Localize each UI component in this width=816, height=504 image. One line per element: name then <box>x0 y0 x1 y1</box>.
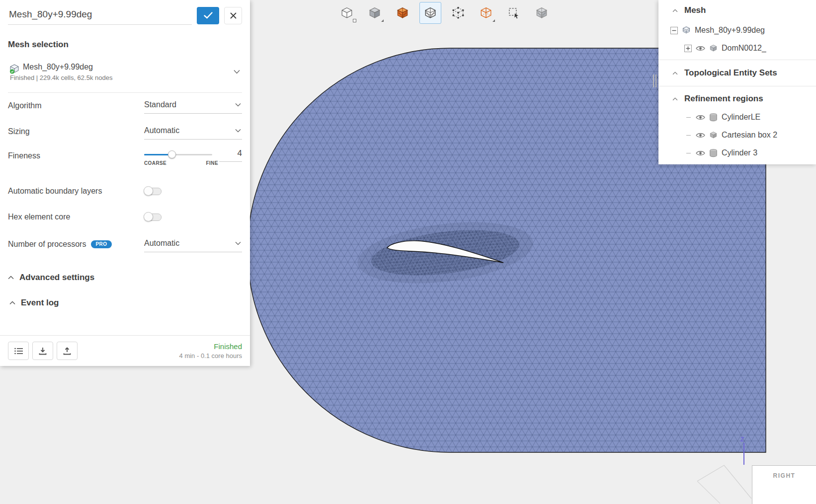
visibility-eye-icon[interactable] <box>696 150 705 156</box>
confirm-button[interactable] <box>197 7 219 24</box>
tree-header-topological[interactable]: Topological Entity Sets <box>658 63 816 83</box>
chevron-down-icon <box>235 241 241 245</box>
fineness-row: Fineness COARSE FINE 4 <box>8 144 242 178</box>
mesh-quality-view-icon <box>535 6 548 19</box>
advanced-settings-toggle[interactable]: Advanced settings <box>8 273 242 283</box>
fineness-label: Fineness <box>8 151 40 160</box>
mesh-name-input[interactable] <box>8 6 192 25</box>
divider <box>658 60 816 60</box>
tree-header-mesh[interactable]: Mesh <box>658 0 816 21</box>
chevron-up-icon <box>672 72 678 75</box>
coarse-label: COARSE <box>144 160 166 166</box>
boundary-layers-row: Automatic boundary layers <box>8 178 242 204</box>
divider <box>658 86 816 86</box>
panel-resize-handle[interactable] <box>653 74 657 87</box>
upload-button[interactable] <box>57 342 78 360</box>
sizing-value: Automatic <box>144 126 179 135</box>
hex-core-toggle[interactable] <box>144 214 162 221</box>
region-label: Cylinder 3 <box>722 148 757 157</box>
mesh-item-text: Mesh_80y+9.99deg Finished | 229.4k cells… <box>23 63 112 81</box>
solid-view-button[interactable] <box>336 2 358 24</box>
mesh-finished-icon <box>9 64 20 74</box>
box-icon <box>709 131 718 140</box>
orientation-label: RIGHT <box>773 472 796 479</box>
upload-icon <box>63 347 71 355</box>
tree-item-region[interactable]: CylinderLE <box>658 108 816 126</box>
check-icon <box>204 12 213 19</box>
fineness-slider-track[interactable] <box>144 154 212 155</box>
algorithm-row: Algorithm Standard <box>8 93 242 119</box>
scene-tree-panel: Mesh Mesh_80y+9.99deg DomN0012_ Topologi… <box>658 0 816 164</box>
chevron-down-icon <box>235 103 241 107</box>
z-axis-label: Z <box>740 436 744 443</box>
mesh-selection-heading: Mesh selection <box>8 40 242 50</box>
toggle-knob <box>144 186 153 196</box>
tree-item-domain[interactable]: DomN0012_ <box>658 40 816 57</box>
translucent-view-icon <box>368 6 381 19</box>
fineness-slider[interactable]: COARSE FINE <box>144 150 212 165</box>
tree-item-mesh[interactable]: Mesh_80y+9.99deg <box>658 21 816 40</box>
sizing-label: Sizing <box>8 127 30 136</box>
tree-item-region[interactable]: Cylinder 3 <box>658 144 816 162</box>
wireframe-view-button[interactable] <box>475 2 497 24</box>
tree-connector <box>686 135 691 136</box>
visibility-eye-icon[interactable] <box>696 132 705 139</box>
collapse-minus-icon[interactable] <box>670 27 678 34</box>
event-log-button[interactable] <box>8 342 29 360</box>
fineness-value-input[interactable]: 4 <box>219 148 242 162</box>
fine-label: FINE <box>206 160 218 166</box>
download-icon <box>39 347 47 355</box>
sizing-select[interactable]: Automatic <box>144 124 242 140</box>
wireframe-view-icon <box>480 6 492 19</box>
visibility-eye-icon[interactable] <box>696 45 705 52</box>
solid-view-icon <box>340 6 353 19</box>
processors-label-text: Number of processors <box>8 240 86 249</box>
cylinder-icon <box>709 149 718 157</box>
download-button[interactable] <box>32 342 53 360</box>
region-label: Cartesian box 2 <box>722 131 777 140</box>
tree-header-refinement[interactable]: Refinement regions <box>658 89 816 108</box>
processors-select[interactable]: Automatic <box>144 236 242 252</box>
surface-mesh-edges-view-icon <box>424 6 437 19</box>
algorithm-select[interactable]: Standard <box>144 98 242 114</box>
tree-item-region[interactable]: Cartesian box 2 <box>658 126 816 144</box>
close-button[interactable] <box>224 7 242 24</box>
chevron-up-icon <box>9 301 15 305</box>
visibility-eye-icon[interactable] <box>696 114 705 121</box>
surface-mesh-edges-view-button[interactable] <box>419 2 441 24</box>
processors-row: Number of processors PRO Automatic <box>8 230 242 259</box>
x-icon <box>230 12 237 19</box>
viewport-toolbar <box>336 1 553 24</box>
node-view-icon <box>452 6 465 19</box>
translucent-view-button[interactable] <box>364 2 386 24</box>
fineness-slider-knob[interactable] <box>168 150 176 158</box>
mesh-quality-view-button[interactable] <box>531 2 553 24</box>
node-view-button[interactable] <box>447 2 469 24</box>
tree-item-label: DomN0012_ <box>722 44 766 53</box>
event-log-toggle[interactable]: Event log <box>8 298 242 308</box>
sizing-row: Sizing Automatic <box>8 119 242 144</box>
processors-value: Automatic <box>144 239 179 248</box>
boundary-layers-label: Automatic boundary layers <box>8 187 102 196</box>
event-log-icon <box>14 348 23 355</box>
mesh-selection-item[interactable]: Mesh_80y+9.99deg Finished | 229.4k cells… <box>8 63 242 93</box>
orientation-cube-edges <box>697 465 751 499</box>
chevron-down-icon <box>234 70 240 74</box>
algorithm-value: Standard <box>144 100 176 109</box>
mesh-item-name: Mesh_80y+9.99deg <box>23 63 112 72</box>
hex-core-row: Hex element core <box>8 204 242 230</box>
mesh-settings-panel: Mesh selection Mesh_80y+9.99deg Finished… <box>0 0 250 366</box>
expand-plus-icon[interactable] <box>684 45 692 52</box>
tree-connector <box>686 153 691 153</box>
runtime-text: 4 min - 0.1 core hours <box>179 352 242 360</box>
mesh-cube-icon <box>682 26 691 35</box>
surface-mesh-view-icon <box>396 6 409 19</box>
surface-mesh-view-button[interactable] <box>392 2 413 24</box>
run-status: Finished 4 min - 0.1 core hours <box>179 342 242 360</box>
box-select-button[interactable] <box>503 2 525 24</box>
mesh-header-label: Mesh <box>684 5 706 15</box>
orientation-cube-edge <box>697 481 720 504</box>
chevron-up-icon <box>8 276 14 280</box>
boundary-layers-toggle[interactable] <box>144 188 162 195</box>
orientation-cube-face[interactable]: RIGHT <box>752 465 816 504</box>
